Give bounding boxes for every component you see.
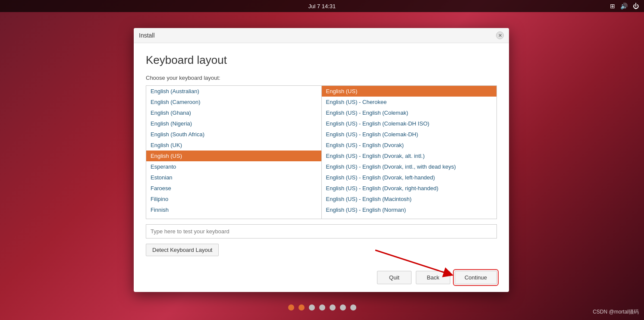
list-item[interactable]: English (US) - English (US, Symbolic) [322, 215, 497, 219]
list-item[interactable]: English (US) - English (Macintosh) [322, 194, 497, 204]
top-bar: Jul 7 14:31 ⊞ 🔊 ⏻ [0, 0, 644, 12]
list-item[interactable]: English (US) - English (Dvorak, left-han… [322, 172, 497, 183]
list-item[interactable]: English (US) - English (Colemak-DH) [322, 129, 497, 140]
progress-dots [288, 304, 356, 311]
quit-button[interactable]: Quit [377, 271, 412, 284]
list-item[interactable]: English (US) - English (Dvorak, intl., w… [322, 161, 497, 172]
datetime: Jul 7 14:31 [308, 3, 336, 9]
dialog-titlebar: Install ✕ [134, 28, 509, 43]
list-item[interactable]: English (US) - Cherokee [322, 97, 497, 107]
keyboard-lists: English (Australian)English (Cameroon)En… [146, 85, 497, 219]
power-icon[interactable]: ⏻ [633, 3, 639, 9]
continue-button[interactable]: Continue [455, 271, 497, 284]
list-item[interactable]: English (US) [146, 151, 321, 161]
list-item[interactable]: English (US) - English (Norman) [322, 204, 497, 215]
list-item[interactable]: English (Ghana) [146, 107, 321, 118]
progress-dot [340, 304, 346, 311]
list-item[interactable]: English (Australian) [146, 86, 321, 97]
dialog-body: Keyboard layout Choose your keyboard lay… [134, 43, 509, 265]
choose-label: Choose your keyboard layout: [146, 75, 497, 81]
volume-icon[interactable]: 🔊 [620, 3, 628, 9]
list-item[interactable]: Faroese [146, 183, 321, 194]
list-item[interactable]: English (South Africa) [146, 129, 321, 140]
right-list[interactable]: English (US)English (US) - CherokeeEngli… [322, 86, 497, 219]
progress-dot [330, 304, 336, 311]
list-item[interactable]: Finnish [146, 204, 321, 215]
progress-dot [319, 304, 325, 311]
watermark: CSDN @mortal骚码 [593, 308, 639, 316]
left-list[interactable]: English (Australian)English (Cameroon)En… [146, 86, 322, 219]
close-button[interactable]: ✕ [496, 31, 504, 39]
list-item[interactable]: English (Cameroon) [146, 97, 321, 107]
progress-dot [350, 304, 356, 311]
network-icon[interactable]: ⊞ [610, 3, 615, 9]
list-item[interactable]: Estonian [146, 172, 321, 183]
list-item[interactable]: English (US) - English (Dvorak, right-ha… [322, 183, 497, 194]
list-item[interactable]: French [146, 215, 321, 219]
list-item[interactable]: English (US) - English (Dvorak, alt. int… [322, 151, 497, 161]
keyboard-test-input[interactable] [146, 224, 497, 238]
dialog-title: Install [139, 32, 155, 39]
page-title: Keyboard layout [146, 53, 497, 67]
list-item[interactable]: English (US) - English (Colemak) [322, 107, 497, 118]
list-item[interactable]: English (UK) [146, 140, 321, 151]
list-item[interactable]: Filipino [146, 194, 321, 204]
detect-layout-button[interactable]: Detect Keyboard Layout [146, 244, 219, 256]
list-item[interactable]: English (US) [322, 86, 497, 97]
top-bar-icons: ⊞ 🔊 ⏻ [610, 0, 639, 12]
progress-dot [288, 304, 294, 311]
progress-dot [298, 304, 305, 311]
dialog-footer: Quit Back Continue [134, 265, 509, 292]
list-item[interactable]: English (Nigeria) [146, 118, 321, 129]
install-dialog: Install ✕ Keyboard layout Choose your ke… [134, 28, 509, 292]
list-item[interactable]: English (US) - English (Colemak-DH ISO) [322, 118, 497, 129]
progress-dot [309, 304, 315, 311]
list-item[interactable]: English (US) - English (Dvorak) [322, 140, 497, 151]
back-button[interactable]: Back [416, 271, 450, 284]
list-item[interactable]: Esperanto [146, 161, 321, 172]
